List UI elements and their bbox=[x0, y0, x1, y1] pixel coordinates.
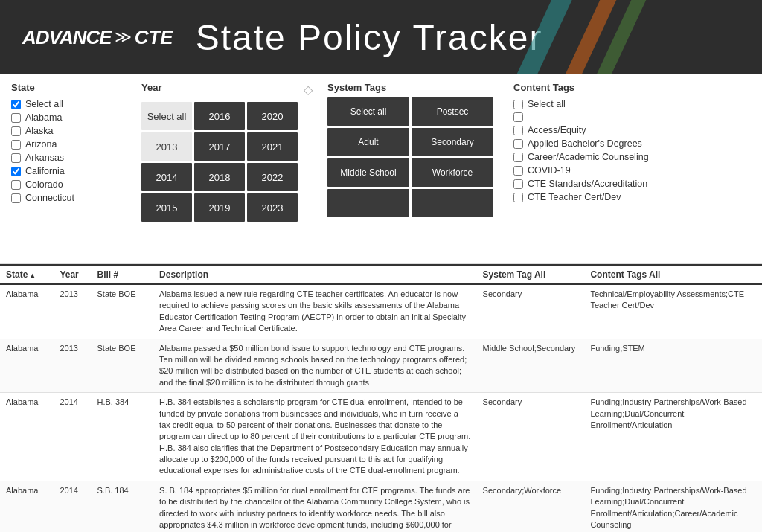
state-checkbox[interactable] bbox=[11, 153, 21, 163]
year-cell[interactable]: 2023 bbox=[247, 193, 298, 222]
content-tag-label: Select all bbox=[528, 99, 566, 109]
content-tag-checkbox[interactable] bbox=[513, 153, 523, 162]
state-list-item[interactable]: Arizona bbox=[11, 138, 127, 151]
state-list[interactable]: Select allAlabamaAlaskaArizonaArkansasCa… bbox=[11, 97, 127, 257]
table-cell: 2014 bbox=[54, 481, 91, 532]
table-cell: State BOE bbox=[92, 339, 154, 393]
table-header-bill-#[interactable]: Bill # bbox=[92, 266, 154, 284]
table-header-content-tags-all[interactable]: Content Tags All bbox=[584, 266, 762, 284]
app-header: ADVANCE ≫ CTE State Policy Tracker bbox=[0, 0, 762, 74]
content-tag-checkbox[interactable] bbox=[513, 179, 523, 189]
year-cell[interactable]: 2019 bbox=[194, 193, 245, 222]
table-cell: Funding;Industry Partnerships/Work-Based… bbox=[584, 481, 762, 532]
table-cell: Funding;Industry Partnerships/Work-Based… bbox=[584, 393, 762, 481]
state-label: Colorado bbox=[25, 179, 63, 190]
state-checkbox[interactable] bbox=[11, 100, 21, 109]
content-tag-label: CTE Standards/Accreditation bbox=[528, 179, 647, 189]
system-tag-cell[interactable] bbox=[327, 189, 409, 217]
content-tag-checkbox[interactable] bbox=[513, 193, 523, 202]
year-filter-label: Year bbox=[141, 82, 161, 93]
table-cell: State BOE bbox=[92, 284, 154, 339]
state-list-item[interactable]: California bbox=[11, 164, 127, 178]
year-cell[interactable]: 2018 bbox=[194, 163, 245, 191]
system-tag-cell[interactable]: Select all bbox=[327, 97, 409, 126]
table-cell: S.B. 184 bbox=[92, 481, 154, 532]
content-tag-item[interactable]: Applied Bachelor's Degrees bbox=[513, 137, 737, 150]
logo-cte: CTE bbox=[135, 26, 173, 49]
system-tags-grid: Select allPostsecAdultSecondaryMiddle Sc… bbox=[327, 97, 499, 217]
content-tag-label: Applied Bachelor's Degrees bbox=[528, 138, 642, 149]
table-cell: Secondary;Workforce bbox=[477, 481, 585, 532]
table-header-state[interactable]: State▲ bbox=[0, 266, 54, 284]
system-tag-cell[interactable] bbox=[412, 189, 493, 217]
table-header-system-tag-all[interactable]: System Tag All bbox=[477, 266, 585, 284]
year-cell[interactable]: 2022 bbox=[247, 163, 298, 191]
state-checkbox[interactable] bbox=[11, 167, 21, 176]
state-list-item[interactable]: Select all bbox=[11, 97, 127, 111]
state-list-item[interactable]: Arkansas bbox=[11, 151, 127, 164]
header-bg-decoration bbox=[390, 0, 762, 74]
content-tag-item[interactable] bbox=[513, 111, 737, 124]
content-tag-label: COVID-19 bbox=[528, 165, 571, 176]
table-row: Alabama2014H.B. 384H.B. 384 establishes … bbox=[0, 393, 762, 481]
table-header-description[interactable]: Description bbox=[153, 266, 477, 284]
content-tag-item[interactable]: COVID-19 bbox=[513, 164, 737, 177]
table-cell: Alabama bbox=[0, 393, 54, 481]
content-tag-item[interactable]: Access/Equity bbox=[513, 124, 737, 137]
table-row: Alabama2013State BOEAlabama issued a new… bbox=[0, 284, 762, 339]
content-tag-checkbox[interactable] bbox=[513, 166, 523, 176]
content-tag-item[interactable]: Career/Academic Counseling bbox=[513, 150, 737, 164]
content-tag-item[interactable]: Select all bbox=[513, 97, 737, 111]
content-tag-item[interactable]: CTE Teacher Cert/Dev bbox=[513, 190, 737, 204]
content-tag-checkbox[interactable] bbox=[513, 112, 523, 122]
year-cell[interactable]: 2015 bbox=[141, 193, 192, 222]
table-cell: H.B. 384 establishes a scholarship progr… bbox=[153, 393, 477, 481]
year-cell[interactable]: 2016 bbox=[194, 102, 245, 130]
year-cell[interactable]: Select all bbox=[141, 102, 192, 130]
state-checkbox[interactable] bbox=[11, 193, 21, 203]
state-list-item[interactable]: Colorado bbox=[11, 178, 127, 191]
content-tags-filter-label: Content Tags bbox=[513, 82, 737, 93]
logo-area: ADVANCE ≫ CTE bbox=[22, 26, 173, 49]
system-tag-cell[interactable]: Middle School bbox=[327, 158, 409, 187]
content-tag-checkbox[interactable] bbox=[513, 139, 523, 149]
logo-arrows-icon: ≫ bbox=[115, 28, 132, 47]
system-tags-filter-label: System Tags bbox=[327, 82, 499, 93]
state-list-item[interactable]: Connecticut bbox=[11, 191, 127, 205]
year-cell[interactable]: 2021 bbox=[247, 132, 298, 161]
state-checkbox[interactable] bbox=[11, 180, 21, 190]
system-tag-cell[interactable]: Secondary bbox=[412, 128, 493, 156]
year-filter-column: Year ◇ Select all20162020201320172021201… bbox=[141, 82, 313, 257]
state-checkbox[interactable] bbox=[11, 126, 21, 136]
year-cell[interactable]: 2014 bbox=[141, 163, 192, 191]
state-label: Alaska bbox=[25, 126, 54, 136]
content-tag-checkbox[interactable] bbox=[513, 126, 523, 135]
logo-advance: ADVANCE bbox=[22, 26, 112, 49]
data-table-container[interactable]: State▲YearBill #DescriptionSystem Tag Al… bbox=[0, 264, 762, 532]
system-tag-cell[interactable]: Workforce bbox=[412, 158, 493, 187]
year-cell[interactable]: 2017 bbox=[194, 132, 245, 161]
state-label: California bbox=[25, 166, 65, 176]
content-tag-item[interactable]: CTE Standards/Accreditation bbox=[513, 177, 737, 190]
state-checkbox[interactable] bbox=[11, 140, 21, 150]
content-tags-list: Select allAccess/EquityApplied Bachelor'… bbox=[513, 97, 737, 204]
system-tag-cell[interactable]: Postsec bbox=[412, 97, 493, 126]
data-table: State▲YearBill #DescriptionSystem Tag Al… bbox=[0, 266, 762, 532]
table-row: Alabama2014S.B. 184S. B. 184 appropriate… bbox=[0, 481, 762, 532]
content-tag-checkbox[interactable] bbox=[513, 100, 523, 109]
sort-arrow-icon: ▲ bbox=[29, 272, 36, 279]
state-list-item[interactable]: Alaska bbox=[11, 124, 127, 138]
year-cell[interactable]: 2020 bbox=[247, 102, 298, 130]
table-body: Alabama2013State BOEAlabama issued a new… bbox=[0, 284, 762, 532]
content-tag-label: Access/Equity bbox=[528, 125, 586, 135]
state-checkbox[interactable] bbox=[11, 113, 21, 123]
system-tag-cell[interactable]: Adult bbox=[327, 128, 409, 156]
table-header-year[interactable]: Year bbox=[54, 266, 91, 284]
system-tags-filter-column: System Tags Select allPostsecAdultSecond… bbox=[327, 82, 499, 257]
table-cell: Secondary bbox=[477, 284, 585, 339]
table-cell: 2014 bbox=[54, 393, 91, 481]
state-list-item[interactable]: Alabama bbox=[11, 111, 127, 124]
diamond-icon[interactable]: ◇ bbox=[304, 83, 313, 97]
year-cell[interactable]: 2013 bbox=[141, 132, 192, 161]
table-cell: Alabama passed a $50 million bond issue … bbox=[153, 339, 477, 393]
